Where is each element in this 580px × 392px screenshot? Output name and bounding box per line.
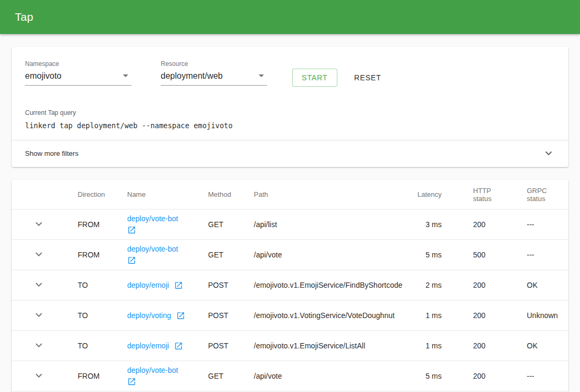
resource-link[interactable]: deploy/vote-bot	[127, 245, 178, 253]
latency-cell: 3 ms	[409, 220, 446, 229]
reset-button[interactable]: RESET	[351, 69, 385, 86]
external-link-icon[interactable]	[127, 256, 136, 265]
name-cell: deploy/vote-bot	[127, 366, 208, 386]
method-cell: GET	[208, 372, 254, 380]
method-cell: GET	[208, 220, 254, 229]
name-column-header: Name	[127, 190, 208, 198]
current-tap-query-label: Current Tap query	[25, 109, 555, 116]
show-more-filters-toggle[interactable]: Show more filters	[12, 140, 568, 167]
direction-cell: FROM	[78, 220, 127, 229]
expand-row-button[interactable]	[32, 338, 46, 352]
page-title: Tap	[15, 11, 34, 23]
direction-cell: TO	[78, 311, 127, 320]
expand-row-button[interactable]	[32, 308, 46, 322]
start-button[interactable]: START	[292, 69, 337, 87]
table-row: TO deploy/voting POST /emojivoto.v1.Voti…	[12, 301, 568, 331]
latency-cell: 1 ms	[409, 341, 446, 350]
http-status-cell: 200	[446, 220, 527, 229]
http-status-cell: 200	[446, 281, 527, 289]
resource-link[interactable]: deploy/emoji	[127, 341, 169, 350]
resource-select[interactable]: Resource deployment/web	[161, 60, 267, 86]
http-status-cell: 200	[446, 372, 527, 380]
table-row: FROM deploy/vote-bot GET /api/list 3 ms …	[12, 210, 568, 240]
show-more-filters-label: Show more filters	[25, 149, 78, 157]
resource-link[interactable]: deploy/vote-bot	[127, 214, 178, 223]
path-cell: /api/vote	[254, 372, 409, 380]
method-cell: POST	[208, 341, 254, 350]
grpc-status-cell: OK	[527, 341, 568, 350]
method-cell: POST	[208, 311, 254, 320]
name-cell: deploy/emoji	[127, 341, 208, 351]
namespace-value: emojivoto	[25, 71, 61, 81]
path-column-header: Path	[254, 190, 409, 198]
chevron-down-icon	[32, 248, 45, 261]
namespace-select[interactable]: Namespace emojivoto	[25, 60, 131, 86]
method-cell: POST	[208, 281, 254, 289]
resource-label: Resource	[161, 60, 267, 68]
name-cell: deploy/voting	[127, 311, 208, 320]
external-link-icon[interactable]	[127, 226, 136, 235]
http-status-cell: 500	[446, 251, 527, 259]
latency-cell: 2 ms	[409, 281, 446, 289]
external-link-icon[interactable]	[174, 341, 183, 351]
expand-row-button[interactable]	[32, 369, 46, 382]
external-link-icon[interactable]	[174, 281, 183, 290]
direction-cell: FROM	[78, 251, 127, 259]
expand-row-button[interactable]	[32, 247, 46, 261]
external-link-icon[interactable]	[176, 311, 185, 320]
table-row: FROM deploy/vote-bot GET /api/vote 5 ms …	[12, 361, 568, 391]
direction-column-header: Direction	[78, 190, 127, 198]
tap-query-command: linkerd tap deployment/web --namespace e…	[25, 121, 555, 130]
grpc-status-cell: Unknown	[527, 311, 568, 320]
chevron-down-icon	[542, 147, 555, 160]
path-cell: /api/list	[254, 220, 409, 229]
path-cell: /api/vote	[254, 251, 409, 259]
direction-cell: TO	[78, 341, 127, 350]
dropdown-arrow-icon	[123, 74, 128, 77]
table-row: TO deploy/emoji POST /emojivoto.v1.Emoji…	[12, 270, 568, 301]
latency-cell: 5 ms	[409, 372, 446, 380]
path-cell: /emojivoto.v1.EmojiService/FindByShortco…	[254, 281, 409, 289]
namespace-label: Namespace	[25, 60, 131, 68]
chevron-down-icon	[32, 218, 45, 230]
grpc-status-cell: OK	[527, 281, 568, 289]
grpc-status-cell: ---	[527, 251, 568, 259]
name-cell: deploy/vote-bot	[127, 245, 208, 265]
name-cell: deploy/emoji	[127, 281, 208, 290]
chevron-down-icon	[32, 278, 45, 291]
chevron-down-icon	[32, 339, 45, 352]
latency-cell: 5 ms	[409, 251, 446, 259]
table-row: FROM deploy/vote-bot GET /api/vote 5 ms …	[12, 240, 568, 270]
http-status-cell: 200	[446, 311, 527, 320]
dropdown-arrow-icon	[259, 74, 264, 77]
resource-link[interactable]: deploy/voting	[127, 311, 171, 320]
chevron-down-icon	[32, 308, 45, 321]
latency-cell: 1 ms	[409, 311, 446, 320]
resource-value: deployment/web	[161, 71, 223, 81]
resource-link[interactable]: deploy/vote-bot	[127, 366, 178, 374]
path-cell: /emojivoto.v1.VotingService/VoteDoughnut	[254, 311, 409, 320]
path-cell: /emojivoto.v1.EmojiService/ListAll	[254, 341, 409, 350]
direction-cell: TO	[78, 281, 127, 289]
name-cell: deploy/vote-bot	[127, 214, 208, 235]
grpc-status-column-header: GRPC status	[527, 187, 568, 203]
expand-row-button[interactable]	[32, 278, 46, 291]
grpc-status-cell: ---	[527, 372, 568, 380]
direction-cell: FROM	[78, 372, 127, 380]
http-status-cell: 200	[446, 341, 527, 350]
table-header-row: Direction Name Method Path Latency HTTP …	[12, 180, 568, 210]
expand-row-button[interactable]	[32, 217, 46, 231]
tap-results-table: Direction Name Method Path Latency HTTP …	[12, 180, 568, 392]
table-row: TO deploy/emoji POST /emojivoto.v1.Emoji…	[12, 331, 568, 361]
latency-column-header: Latency	[409, 190, 446, 198]
resource-link[interactable]: deploy/emoji	[127, 281, 169, 289]
method-column-header: Method	[208, 190, 254, 198]
http-status-column-header: HTTP status	[446, 187, 527, 203]
method-cell: GET	[208, 251, 254, 259]
app-bar: Tap	[0, 0, 580, 34]
tap-filter-card: Namespace emojivoto Resource deployment/…	[12, 47, 568, 167]
chevron-down-icon	[32, 369, 45, 382]
grpc-status-cell: ---	[527, 220, 568, 229]
external-link-icon[interactable]	[127, 377, 136, 386]
